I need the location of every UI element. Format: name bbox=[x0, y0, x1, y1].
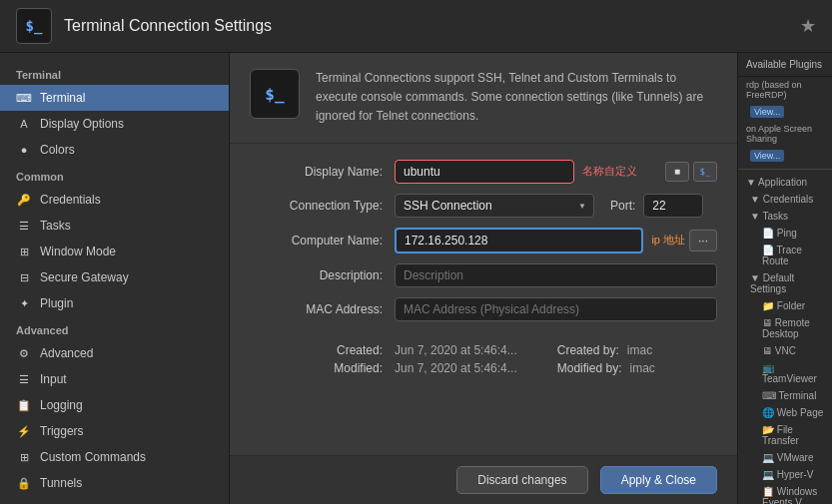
info-terminal-icon: $_ bbox=[250, 69, 300, 119]
sidebar-item-custom-commands-label: Custom Commands bbox=[40, 450, 146, 464]
sidebar-item-colors[interactable]: ● Colors bbox=[0, 137, 229, 163]
right-panel-item-credentials: ▼ Credentials bbox=[738, 191, 832, 208]
sidebar-item-advanced[interactable]: ⚙ Advanced bbox=[0, 340, 229, 366]
description-label: Description: bbox=[250, 268, 395, 282]
created-by-section: Created by: imac bbox=[557, 343, 652, 357]
sidebar-item-tasks[interactable]: ☰ Tasks bbox=[0, 213, 229, 239]
display-options-icon: A bbox=[16, 116, 32, 132]
sidebar-item-terminal-label: Terminal bbox=[40, 91, 85, 105]
display-name-control: 名称自定义 ■ $_ bbox=[395, 160, 717, 184]
sidebar-item-secure-gateway[interactable]: ⊟ Secure Gateway bbox=[0, 264, 229, 290]
info-header: $_ Terminal Connections support SSH, Tel… bbox=[230, 53, 737, 144]
sidebar-item-custom-commands[interactable]: ⊞ Custom Commands bbox=[0, 444, 229, 470]
right-panel-header: Available Plugins bbox=[738, 53, 832, 77]
screen-share-label: on Apple Screen Sharing bbox=[746, 124, 824, 144]
sidebar-item-secure-gateway-label: Secure Gateway bbox=[40, 270, 129, 284]
sidebar: Terminal ⌨ Terminal A Display Options ● … bbox=[0, 53, 230, 504]
custom-commands-icon: ⊞ bbox=[16, 449, 32, 465]
sidebar-item-display-options[interactable]: A Display Options bbox=[0, 111, 229, 137]
right-panel-item-rdp: rdp (based on FreeRDP) bbox=[738, 77, 832, 103]
sidebar-section-terminal: Terminal bbox=[0, 61, 229, 85]
sidebar-item-tunnels-label: Tunnels bbox=[40, 476, 82, 490]
discard-button[interactable]: Discard changes bbox=[456, 466, 587, 494]
sidebar-item-credentials[interactable]: 🔑 Credentials bbox=[0, 187, 229, 213]
sidebar-item-terminal[interactable]: ⌨ Terminal bbox=[0, 85, 229, 111]
plugin-icon: ✦ bbox=[16, 295, 32, 311]
content-panel: $_ Terminal Connections support SSH, Tel… bbox=[230, 53, 737, 504]
colors-icon: ● bbox=[16, 142, 32, 158]
sidebar-item-tasks-label: Tasks bbox=[40, 219, 71, 233]
right-panel-item-teamviewer: 📺 TeamViewer bbox=[738, 359, 832, 387]
display-name-label: Display Name: bbox=[250, 165, 395, 179]
tunnels-icon: 🔒 bbox=[16, 475, 32, 491]
terminal-preview-btn[interactable]: $_ bbox=[693, 162, 717, 182]
view-rdp-btn[interactable]: View... bbox=[750, 106, 784, 118]
favorite-icon[interactable]: ★ bbox=[800, 15, 816, 37]
sidebar-item-input-label: Input bbox=[40, 372, 67, 386]
port-input[interactable] bbox=[643, 194, 703, 218]
computer-name-input[interactable] bbox=[395, 228, 643, 253]
triggers-icon: ⚡ bbox=[16, 423, 32, 439]
connection-type-select[interactable]: SSH Connection Telnet Custom Terminal bbox=[395, 194, 594, 218]
display-name-input[interactable] bbox=[395, 160, 574, 184]
advanced-icon: ⚙ bbox=[16, 345, 32, 361]
right-panel-item-remote-desktop: 🖥 Remote Desktop bbox=[738, 314, 832, 342]
app-icon: $_ bbox=[16, 8, 52, 44]
created-label: Created: bbox=[250, 343, 395, 357]
connection-type-label: Connection Type: bbox=[250, 199, 395, 213]
created-value: Jun 7, 2020 at 5:46:4... bbox=[395, 343, 517, 357]
modified-row: Modified: Jun 7, 2020 at 5:46:4... Modif… bbox=[250, 361, 717, 375]
rp-credentials-label: ▼ Credentials bbox=[750, 194, 813, 205]
right-panel-item-screen-share: on Apple Screen Sharing bbox=[738, 121, 832, 147]
info-description: Terminal Connections support SSH, Telnet… bbox=[316, 69, 717, 127]
main-layout: Terminal ⌨ Terminal A Display Options ● … bbox=[0, 53, 832, 504]
sidebar-item-input[interactable]: ☰ Input bbox=[0, 366, 229, 392]
right-panel-item-application: ▼ Application bbox=[738, 174, 832, 191]
modified-by-value: imac bbox=[629, 361, 654, 375]
sidebar-item-window-mode[interactable]: ⊞ Window Mode bbox=[0, 239, 229, 264]
tasks-icon: ☰ bbox=[16, 218, 32, 234]
right-panel-item-hyper-v: 💻 Hyper-V bbox=[738, 466, 832, 483]
view-screen-share-btn[interactable]: View... bbox=[750, 150, 784, 162]
display-name-row: Display Name: 名称自定义 ■ $_ bbox=[250, 160, 717, 184]
sidebar-item-display-options-label: Display Options bbox=[40, 117, 124, 131]
computer-name-more-btn[interactable]: ··· bbox=[689, 230, 717, 252]
sidebar-item-triggers[interactable]: ⚡ Triggers bbox=[0, 418, 229, 444]
connection-type-control: SSH Connection Telnet Custom Terminal Po… bbox=[395, 194, 717, 218]
mac-address-input[interactable] bbox=[395, 297, 717, 321]
right-panel-item-web-page: 🌐 Web Page bbox=[738, 404, 832, 421]
dialog-title: Terminal Connection Settings bbox=[64, 17, 800, 35]
sidebar-item-plugin-label: Plugin bbox=[40, 296, 73, 310]
sidebar-item-tunnels[interactable]: 🔒 Tunnels bbox=[0, 470, 229, 496]
created-by-label: Created by: bbox=[557, 343, 619, 357]
sidebar-item-window-mode-label: Window Mode bbox=[40, 245, 116, 258]
description-control bbox=[395, 263, 717, 287]
sidebar-item-plugin[interactable]: ✦ Plugin bbox=[0, 290, 229, 316]
port-label: Port: bbox=[610, 199, 635, 213]
sidebar-item-triggers-label: Triggers bbox=[40, 424, 84, 438]
display-name-icons: ■ $_ bbox=[665, 162, 717, 182]
right-panel-item-vmware: 💻 VMware bbox=[738, 449, 832, 466]
mac-address-label: MAC Address: bbox=[250, 302, 395, 316]
right-panel-item-windows-events: 📋 Windows Events V... bbox=[738, 483, 832, 504]
right-panel-view-screen-share[interactable]: View... bbox=[738, 147, 832, 165]
modified-by-section: Modified by: imac bbox=[557, 361, 655, 375]
sidebar-section-common: Common bbox=[0, 163, 229, 187]
application-label: ▼ Application bbox=[746, 177, 807, 188]
sidebar-item-credentials-label: Credentials bbox=[40, 193, 101, 207]
dark-mode-toggle[interactable]: ■ bbox=[665, 162, 689, 182]
right-panel-item-file-transfer: 📂 File Transfer bbox=[738, 421, 832, 449]
title-bar: $_ Terminal Connection Settings ★ bbox=[0, 0, 832, 53]
mac-address-row: MAC Address: bbox=[250, 297, 717, 321]
sidebar-item-logging-label: Logging bbox=[40, 398, 83, 412]
terminal-dollar-icon: $_ bbox=[265, 85, 284, 104]
description-input[interactable] bbox=[395, 263, 717, 287]
sidebar-section-advanced: Advanced bbox=[0, 316, 229, 340]
sidebar-item-colors-label: Colors bbox=[40, 143, 75, 157]
sidebar-item-logging[interactable]: 📋 Logging bbox=[0, 392, 229, 418]
right-panel-view-rdp[interactable]: View... bbox=[738, 103, 832, 121]
modified-value: Jun 7, 2020 at 5:46:4... bbox=[395, 361, 517, 375]
right-panel-item-vnc: 🖥 VNC bbox=[738, 342, 832, 359]
apply-close-button[interactable]: Apply & Close bbox=[600, 466, 717, 494]
rp-tasks-label: ▼ Tasks bbox=[750, 211, 788, 222]
